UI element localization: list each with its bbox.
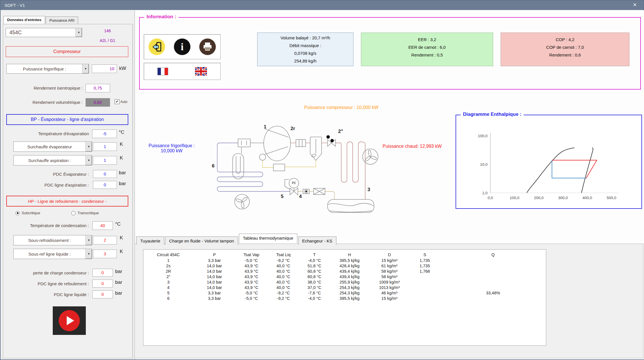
refrigerant-code: 146 [95,29,120,33]
superheat-suction-select[interactable]: Surchauffe aspiration : ▼ [13,155,92,165]
schematic-point-label: 2" [338,129,343,134]
table-row: 414,0 bar43,9 °C40,0 °C37,0 °C254,3 kj/k… [143,285,546,290]
pdc-evap-input[interactable]: 0 [93,170,117,178]
subcooling-input[interactable]: 2 [93,236,117,244]
isentropic-label: Rendement isentropique : [6,86,83,90]
tab-tableau-thermo[interactable]: Tableau thermodynamique [239,234,297,243]
enthalpy-chart: 1,010,0100,00,0100,0200,0300,0400,0500,0 [459,122,639,206]
table-row: 13,3 bar-5,0 °C-9,2 °C-4,0 °C395,5 kj/kg… [143,258,546,263]
chevron-down-icon[interactable]: ▼ [76,28,82,37]
series-cycle-high-pressure [552,160,597,178]
printer-icon [202,42,213,52]
schematic-point-label: 4 [299,194,302,199]
chevron-down-icon[interactable]: ▼ [86,249,92,259]
tab-charge-fluide[interactable]: Charge en fluide - Volume tampon [165,236,238,245]
window-title: SOFT - V1 [5,3,25,8]
evap-temp-input[interactable]: -5 [92,130,117,138]
svg-text:300,0: 300,0 [558,196,568,200]
superheat-evap-unit: K [120,141,123,147]
pdc-suction-label: PDC ligne d'aspiration : [6,183,89,187]
superheat-suction-input[interactable]: 1 [93,156,117,165]
table-header-row: Circuit 454CPTsat VapTsat LiqTHDSQ [143,252,546,258]
tab-echangeur-ks[interactable]: Echangeur - KS [298,236,336,245]
close-button[interactable]: × [626,1,643,10]
bp-section-header: BP - Évaporateur - ligne d'aspiration [6,114,128,125]
pdc-discharge-input[interactable]: 0 [92,280,113,288]
schematic-point-label: 2r [290,126,295,132]
svg-text:0,0: 0,0 [488,196,493,200]
table-row: 2"14,0 bar43,9 °C40,0 °C60,8 °C439,4 kj/… [143,274,546,279]
table-header-cell: Circuit 454C [143,252,193,258]
schematic-point-label: 5 [281,194,283,199]
refrigerant-select[interactable]: 454C ▼ [6,28,82,37]
radio-transcritique[interactable] [71,211,76,215]
pdc-cond-input[interactable]: 0 [92,269,113,277]
table-header-cell: D [369,252,409,258]
run-button[interactable] [53,306,86,335]
svg-text:100,0: 100,0 [478,134,487,138]
cooling-power-annotation: Puissance frigorifique : 10,000 kW [139,143,204,153]
print-button[interactable] [199,39,216,55]
table-header-cell: Tsat Liq [267,252,299,258]
svg-text:500,0: 500,0 [607,196,616,200]
series-cycle-low-pressure [552,160,586,178]
tab-tuyauterie[interactable]: Tuyauterie [136,236,164,245]
flag-french-icon[interactable] [157,68,168,75]
evap-temp-unit: °C [119,130,124,135]
radio-subcritique[interactable] [15,211,20,215]
pdc-liquid-label: PDC ligne liquide : [3,292,89,297]
subcooling-label: Sous-refroidissement : [14,238,86,243]
table-row: 2R14,0 bar43,9 °C40,0 °C60,8 °C439,4 kj/… [143,268,546,274]
pdc-suction-input[interactable]: 0 [93,181,117,189]
refrigerant-class: A2L / G1 [95,38,120,43]
series-saturation-vapor [582,147,593,193]
tab-puissance-ari[interactable]: Puissance ARI [46,17,78,24]
tab-donnees-entrees[interactable]: Données d'entrées [3,16,45,24]
cooling-power-input[interactable]: 10 [92,64,117,73]
isentropic-input[interactable]: 0,75 [86,84,110,92]
schematic-point-label: PC [292,181,296,185]
volumetric-input[interactable]: 0,82 [86,98,110,107]
subcooling-select[interactable]: Sous-refroidissement : ▼ [13,235,92,245]
superheat-evap-select[interactable]: Surchauffe évaporateur ▼ [13,141,92,152]
subcool-liquid-select[interactable]: Sous-ref ligne liquide : ▼ [13,249,92,259]
cond-temp-input[interactable]: 40 [92,221,113,230]
thermo-table-body: 13,3 bar-5,0 °C-9,2 °C-4,0 °C395,5 kj/kg… [143,258,546,301]
chevron-down-icon[interactable]: ▼ [82,64,89,73]
compressor-power-label: Puissance compresseur : 10,000 kW [249,105,434,110]
schematic-point-label: 1 [264,124,266,130]
auto-checkbox[interactable]: ✔ [115,99,119,104]
cop-line: COP de carnot : 7,0 [501,43,629,51]
subcool-liquid-input[interactable]: 3 [93,250,117,258]
superheat-suction-label: Surchauffe aspiration : [14,158,86,163]
thermo-table: Circuit 454CPTsat VapTsat LiqTHDSQ 13,3 … [143,252,546,301]
pdc-liquid-input[interactable]: 0 [92,290,113,298]
volume-line: Volume balayé : 20,7 m³/h [257,34,353,42]
table-header-cell: T [299,252,330,258]
exit-button[interactable] [149,39,165,55]
info-button[interactable]: i [174,39,190,55]
eer-line: EER de carnot : 6,0 [361,43,493,51]
pdc-evap-unit: bar [119,170,126,176]
volume-info-box: Volume balayé : 20,7 m³/h Débit massique… [257,33,354,66]
subcool-liquid-label: Sous-ref ligne liquide : [14,252,86,256]
refrigeration-circuit-diagram [199,119,387,222]
pdc-evap-label: PDC Évaporateur : [6,172,89,177]
information-title: Information : [144,14,178,20]
chevron-down-icon[interactable]: ▼ [86,142,92,151]
superheat-evap-input[interactable]: 1 [93,142,117,151]
cooling-power-select[interactable]: Puissance frigorifique : ▼ [6,64,89,74]
subcool-liquid-unit: K [120,249,123,254]
table-row: 63,3 bar-5,0 °C-9,2 °C-4,0 °C395,5 kj/kg… [143,296,546,301]
chevron-down-icon[interactable]: ▼ [86,155,92,165]
pdc-suction-unit: bar [119,181,126,187]
table-row: 314,0 bar43,9 °C40,0 °C38,0 °C255,9 kj/k… [143,279,546,285]
exit-icon [151,41,163,53]
volumetric-label: Rendement volumétrique : [6,100,83,105]
chevron-down-icon[interactable]: ▼ [86,235,92,245]
series-saturation-liquid [527,148,574,193]
pdc-cond-label: perte de charge condenseur : [3,270,89,275]
cop-info-box: COP : 4,2 COP de carnot : 7,0 Rendement … [501,33,629,66]
volume-line: 254,89 kg/h [257,57,353,65]
flag-uk-icon[interactable] [195,67,207,76]
